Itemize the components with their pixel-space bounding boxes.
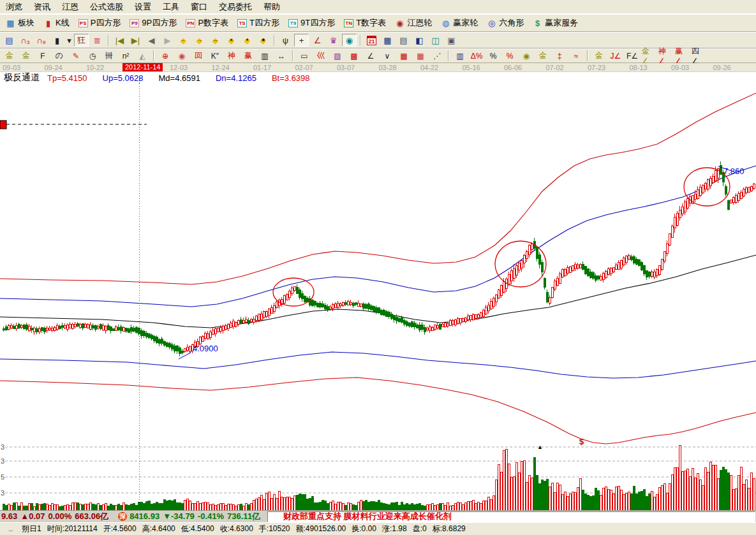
hexagon-button[interactable]: ◎六角形 — [485, 16, 526, 30]
time-cycle-button[interactable]: ◷ — [85, 50, 100, 62]
news-ticker[interactable]: 财政部重点支持 膜材料行业迎来高成长催化剂 — [267, 511, 755, 522]
wave-box-button[interactable]: ≈ — [568, 50, 584, 62]
gann-fan-circle-button[interactable]: ⊕ — [158, 50, 173, 62]
trend-angle-button[interactable]: ∠ — [363, 50, 378, 62]
percent-line-button[interactable]: % — [502, 50, 517, 62]
jifan-channel-button[interactable]: 狂 — [74, 34, 89, 47]
percent-zone-button[interactable]: Δ% — [469, 50, 484, 62]
news-text: 财政部重点支持 膜材料行业迎来高成长催化剂 — [283, 511, 452, 522]
candle-style-dropdown-button[interactable]: ▾ — [66, 34, 73, 47]
zigzag-button[interactable]: ∨ — [380, 50, 395, 62]
t9-square-button[interactable]: T99T四方形 — [286, 16, 337, 30]
starburst-button[interactable]: ◉ — [174, 50, 189, 62]
crosshair-tool-button[interactable]: + — [294, 34, 309, 47]
menu-item-5[interactable]: 设置 — [129, 0, 157, 14]
menu-item-6[interactable]: 工具 — [157, 0, 185, 14]
sz-value: 8416.93 — [130, 511, 159, 521]
color-bars-button[interactable]: ≣ — [90, 34, 105, 47]
next-bar-button[interactable]: ▶ — [160, 34, 175, 47]
gann-wheel-button[interactable]: ◉江恩轮 — [393, 16, 434, 30]
printer-button[interactable]: ▣ — [444, 34, 459, 47]
gann-right-button[interactable]: ◆→ — [192, 34, 207, 47]
chart-canvas[interactable]: 33534.09007.860$▲ — [0, 84, 756, 510]
spiral-button[interactable]: の — [52, 50, 67, 62]
gann-cross-button[interactable]: ◆× — [224, 34, 239, 47]
menu-item-1[interactable]: 浏览 — [0, 0, 28, 14]
t-number-button[interactable]: TNT数字表 — [342, 16, 388, 30]
calculator-button[interactable]: ▦ — [380, 34, 395, 47]
flag-pen-button[interactable]: ‡ — [552, 50, 567, 62]
network-button[interactable]: ◫ — [428, 34, 443, 47]
blocks-button[interactable]: ▦板块 — [4, 16, 36, 30]
shenzhen-index-segment[interactable]: 8416.93▼-34.79-0.41%736.11亿 — [130, 511, 263, 522]
width-arrows-button[interactable]: ↔ — [274, 50, 289, 62]
stats-panel-button[interactable]: ▥ — [452, 50, 468, 62]
j-angle-button[interactable]: J∠ — [608, 50, 623, 62]
p-number-button[interactable]: PNP数字表 — [184, 16, 230, 30]
gann-left-button[interactable]: ◆← — [176, 34, 191, 47]
gann-both-button[interactable]: ◆↔ — [208, 34, 223, 47]
last-bar-button[interactable]: ▶| — [128, 34, 143, 47]
k-angle-button[interactable]: K″ — [207, 50, 223, 62]
candle-style-icon: ▮ — [55, 36, 59, 45]
gold-circle-button[interactable]: ◉ — [519, 50, 534, 62]
box-draw-button[interactable]: ▨ — [330, 50, 345, 62]
gold-line-button[interactable]: 金 — [535, 50, 551, 62]
rect-select-button[interactable]: ▭ — [297, 50, 312, 62]
gold-angle-button[interactable]: 金∠ — [641, 50, 656, 62]
winner-wheel-button[interactable]: ◍赢家轮 — [439, 16, 480, 30]
square-spiral-button[interactable]: 回 — [191, 50, 206, 62]
shen-angle-button[interactable]: 神∠ — [658, 50, 673, 62]
menu-item-2[interactable]: 资讯 — [28, 0, 56, 14]
wave-p9-button[interactable]: ∩₉ — [34, 34, 48, 47]
gold-slash-button[interactable]: 金 — [591, 50, 607, 62]
menu-item-7[interactable]: 窗口 — [185, 0, 213, 14]
menu-item-4[interactable]: 公式选股 — [84, 0, 129, 14]
gold-ruler-2-button[interactable]: 金 — [19, 50, 34, 62]
angle-tool-button[interactable]: ∠ — [310, 34, 325, 47]
win-angle-button[interactable]: 赢∠ — [674, 50, 690, 62]
compass-button[interactable]: ◭ — [135, 50, 150, 62]
box-fan-button[interactable]: ▩ — [346, 50, 362, 62]
gann-box-tool-button[interactable]: ♛ — [326, 34, 341, 47]
count-ruler-button[interactable]: ▥ — [257, 50, 272, 62]
calendar-button[interactable]: 21 — [364, 34, 379, 47]
ray-fan-button[interactable]: 巛 — [313, 50, 329, 62]
fibo-ruler-button[interactable]: F — [35, 50, 50, 62]
p9-square-button[interactable]: P99P四方形 — [128, 16, 179, 30]
win-tool-button[interactable]: 赢 — [241, 50, 256, 62]
winner-service-button[interactable]: $赢家服务 — [531, 16, 580, 30]
four-angle-button[interactable]: 四∠ — [691, 50, 706, 62]
candle-style-button[interactable]: ▮ — [50, 34, 64, 47]
p-square-label: P四方形 — [91, 17, 121, 29]
menu-item-3[interactable]: 江恩 — [56, 0, 84, 14]
gold-ruler-1-button[interactable]: 金 — [2, 50, 17, 62]
menu-item-9[interactable]: 帮助 — [258, 0, 286, 14]
parallel-lines-button[interactable]: ⋰ — [429, 50, 445, 62]
notes-button[interactable]: ▤ — [396, 34, 411, 47]
percent-button[interactable]: % — [485, 50, 501, 62]
smart-brain-button[interactable]: ◉ — [342, 34, 357, 47]
save-button[interactable]: ◧ — [412, 34, 427, 47]
gann-plus-button[interactable]: ◆+ — [240, 34, 255, 47]
chart-area[interactable]: 33534.09007.860$▲ — [0, 84, 756, 510]
draw-pen-button[interactable]: ✎ — [68, 50, 84, 62]
n-square-button[interactable]: n² — [118, 50, 133, 62]
grid-red-button[interactable]: ▦ — [396, 50, 411, 62]
gann-star-button[interactable]: ◆∗ — [256, 34, 271, 47]
t-square-button[interactable]: TST四方形 — [235, 16, 281, 30]
f-angle-button[interactable]: F∠ — [625, 50, 640, 62]
comb-ruler-button[interactable]: 卌 — [101, 50, 117, 62]
shen-tool-button[interactable]: 神 — [224, 50, 239, 62]
grid-box-button[interactable]: ▦ — [413, 50, 428, 62]
menu-item-8[interactable]: 交易委托 — [213, 0, 258, 14]
shanghai-index-segment[interactable]: 9.63▲0.070.00%663.06亿 — [1, 511, 112, 522]
wave-p3-button[interactable]: ∩₃ — [18, 34, 33, 47]
p-square-button[interactable]: PSP四方形 — [77, 16, 123, 30]
prev-bar-button[interactable]: ◀ — [144, 34, 159, 47]
hand-tool-button[interactable]: ψ — [278, 34, 293, 47]
kline-button[interactable]: ▮K线 — [41, 16, 71, 30]
left-edge-marker[interactable] — [0, 121, 6, 129]
first-bar-button[interactable]: |◀ — [112, 34, 127, 47]
info-panel-button[interactable]: ▤ — [2, 34, 17, 47]
